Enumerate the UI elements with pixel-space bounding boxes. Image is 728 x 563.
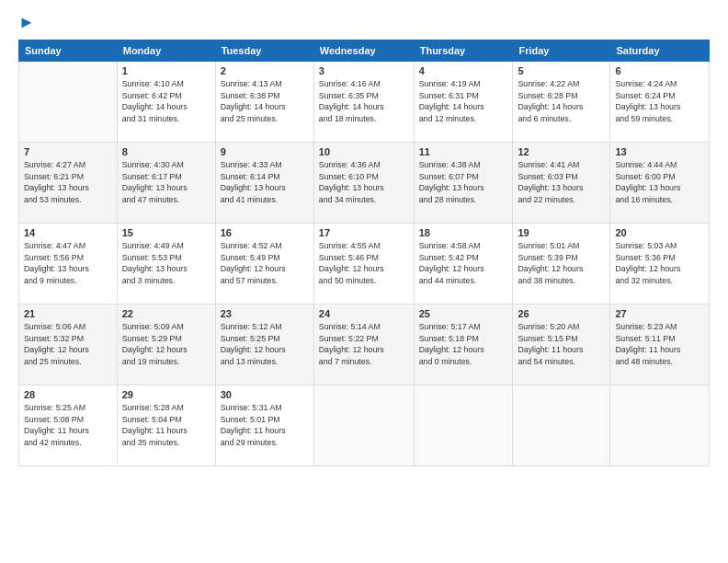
- day-info: Sunrise: 4:22 AM Sunset: 6:28 PM Dayligh…: [518, 78, 605, 125]
- day-number: 28: [24, 389, 112, 400]
- day-number: 22: [122, 308, 210, 319]
- day-info: Sunrise: 4:19 AM Sunset: 6:31 PM Dayligh…: [419, 78, 508, 125]
- day-info: Sunrise: 4:10 AM Sunset: 6:42 PM Dayligh…: [122, 78, 210, 125]
- day-number: 26: [518, 308, 605, 319]
- day-cell: 12Sunrise: 4:41 AM Sunset: 6:03 PM Dayli…: [513, 142, 610, 223]
- calendar-table: SundayMondayTuesdayWednesdayThursdayFrid…: [18, 40, 710, 466]
- day-info: Sunrise: 4:36 AM Sunset: 6:10 PM Dayligh…: [319, 159, 409, 206]
- day-cell: 5Sunrise: 4:22 AM Sunset: 6:28 PM Daylig…: [513, 61, 610, 142]
- day-number: 20: [615, 227, 704, 238]
- day-cell: 17Sunrise: 4:55 AM Sunset: 5:46 PM Dayli…: [313, 223, 414, 304]
- day-cell: 28Sunrise: 5:25 AM Sunset: 5:08 PM Dayli…: [19, 385, 118, 465]
- week-row-3: 14Sunrise: 4:47 AM Sunset: 5:56 PM Dayli…: [19, 223, 710, 304]
- day-number: 10: [319, 146, 409, 157]
- day-cell: 8Sunrise: 4:30 AM Sunset: 6:17 PM Daylig…: [117, 142, 215, 223]
- page: ► SundayMondayTuesdayWednesdayThursdayFr…: [0, 0, 728, 563]
- day-cell: [313, 385, 414, 465]
- day-cell: 24Sunrise: 5:14 AM Sunset: 5:22 PM Dayli…: [313, 304, 414, 385]
- day-number: 2: [221, 65, 309, 76]
- day-info: Sunrise: 4:27 AM Sunset: 6:21 PM Dayligh…: [24, 159, 112, 206]
- day-cell: 9Sunrise: 4:33 AM Sunset: 6:14 PM Daylig…: [215, 142, 313, 223]
- day-number: 1: [122, 65, 210, 76]
- day-cell: 15Sunrise: 4:49 AM Sunset: 5:53 PM Dayli…: [117, 223, 215, 304]
- day-info: Sunrise: 5:17 AM Sunset: 5:18 PM Dayligh…: [419, 321, 508, 368]
- day-cell: 27Sunrise: 5:23 AM Sunset: 5:11 PM Dayli…: [610, 304, 710, 385]
- day-cell: 29Sunrise: 5:28 AM Sunset: 5:04 PM Dayli…: [117, 385, 215, 465]
- day-info: Sunrise: 5:14 AM Sunset: 5:22 PM Dayligh…: [319, 321, 409, 368]
- day-cell: 3Sunrise: 4:16 AM Sunset: 6:35 PM Daylig…: [313, 61, 414, 142]
- day-cell: [414, 385, 513, 465]
- day-info: Sunrise: 5:09 AM Sunset: 5:29 PM Dayligh…: [122, 321, 210, 368]
- week-row-1: 1Sunrise: 4:10 AM Sunset: 6:42 PM Daylig…: [19, 61, 710, 142]
- day-number: 9: [221, 146, 309, 157]
- day-number: 11: [419, 146, 508, 157]
- day-cell: [513, 385, 610, 465]
- day-cell: 13Sunrise: 4:44 AM Sunset: 6:00 PM Dayli…: [610, 142, 710, 223]
- day-info: Sunrise: 4:33 AM Sunset: 6:14 PM Dayligh…: [221, 159, 309, 206]
- day-cell: 4Sunrise: 4:19 AM Sunset: 6:31 PM Daylig…: [414, 61, 513, 142]
- day-info: Sunrise: 5:03 AM Sunset: 5:36 PM Dayligh…: [615, 240, 704, 287]
- day-cell: 21Sunrise: 5:06 AM Sunset: 5:32 PM Dayli…: [19, 304, 118, 385]
- day-cell: 23Sunrise: 5:12 AM Sunset: 5:25 PM Dayli…: [215, 304, 313, 385]
- day-info: Sunrise: 4:13 AM Sunset: 6:38 PM Dayligh…: [221, 78, 309, 125]
- day-number: 5: [518, 65, 605, 76]
- col-header-tuesday: Tuesday: [215, 40, 313, 61]
- day-info: Sunrise: 5:23 AM Sunset: 5:11 PM Dayligh…: [615, 321, 704, 368]
- col-header-wednesday: Wednesday: [313, 40, 414, 61]
- day-info: Sunrise: 4:58 AM Sunset: 5:42 PM Dayligh…: [419, 240, 508, 287]
- day-info: Sunrise: 5:12 AM Sunset: 5:25 PM Dayligh…: [221, 321, 309, 368]
- day-cell: 16Sunrise: 4:52 AM Sunset: 5:49 PM Dayli…: [215, 223, 313, 304]
- col-header-friday: Friday: [513, 40, 610, 61]
- day-number: 15: [122, 227, 210, 238]
- day-number: 29: [122, 389, 210, 400]
- day-cell: 2Sunrise: 4:13 AM Sunset: 6:38 PM Daylig…: [215, 61, 313, 142]
- day-number: 3: [319, 65, 409, 76]
- day-number: 18: [419, 227, 508, 238]
- day-number: 8: [122, 146, 210, 157]
- header-row: SundayMondayTuesdayWednesdayThursdayFrid…: [19, 40, 710, 61]
- day-info: Sunrise: 5:06 AM Sunset: 5:32 PM Dayligh…: [24, 321, 112, 368]
- day-cell: 22Sunrise: 5:09 AM Sunset: 5:29 PM Dayli…: [117, 304, 215, 385]
- day-number: 25: [419, 308, 508, 319]
- day-number: 19: [518, 227, 605, 238]
- day-cell: 19Sunrise: 5:01 AM Sunset: 5:39 PM Dayli…: [513, 223, 610, 304]
- day-cell: 30Sunrise: 5:31 AM Sunset: 5:01 PM Dayli…: [215, 385, 313, 465]
- day-number: 4: [419, 65, 508, 76]
- day-cell: 7Sunrise: 4:27 AM Sunset: 6:21 PM Daylig…: [19, 142, 118, 223]
- day-number: 24: [319, 308, 409, 319]
- day-cell: 25Sunrise: 5:17 AM Sunset: 5:18 PM Dayli…: [414, 304, 513, 385]
- col-header-thursday: Thursday: [414, 40, 513, 61]
- day-number: 12: [518, 146, 605, 157]
- day-info: Sunrise: 5:31 AM Sunset: 5:01 PM Dayligh…: [221, 402, 309, 449]
- day-info: Sunrise: 5:25 AM Sunset: 5:08 PM Dayligh…: [24, 402, 112, 449]
- day-info: Sunrise: 4:55 AM Sunset: 5:46 PM Dayligh…: [319, 240, 409, 287]
- day-info: Sunrise: 5:01 AM Sunset: 5:39 PM Dayligh…: [518, 240, 605, 287]
- day-cell: 11Sunrise: 4:38 AM Sunset: 6:07 PM Dayli…: [414, 142, 513, 223]
- day-number: 6: [615, 65, 704, 76]
- logo-blue-arrow: ►: [18, 13, 35, 31]
- day-cell: [610, 385, 710, 465]
- day-number: 16: [221, 227, 309, 238]
- day-info: Sunrise: 4:16 AM Sunset: 6:35 PM Dayligh…: [319, 78, 409, 125]
- day-number: 7: [24, 146, 112, 157]
- day-info: Sunrise: 4:47 AM Sunset: 5:56 PM Dayligh…: [24, 240, 112, 287]
- col-header-sunday: Sunday: [19, 40, 118, 61]
- day-cell: 10Sunrise: 4:36 AM Sunset: 6:10 PM Dayli…: [313, 142, 414, 223]
- day-cell: 14Sunrise: 4:47 AM Sunset: 5:56 PM Dayli…: [19, 223, 118, 304]
- week-row-5: 28Sunrise: 5:25 AM Sunset: 5:08 PM Dayli…: [19, 385, 710, 465]
- day-info: Sunrise: 4:24 AM Sunset: 6:24 PM Dayligh…: [615, 78, 704, 125]
- day-number: 17: [319, 227, 409, 238]
- week-row-2: 7Sunrise: 4:27 AM Sunset: 6:21 PM Daylig…: [19, 142, 710, 223]
- week-row-4: 21Sunrise: 5:06 AM Sunset: 5:32 PM Dayli…: [19, 304, 710, 385]
- day-info: Sunrise: 4:52 AM Sunset: 5:49 PM Dayligh…: [221, 240, 309, 287]
- day-cell: 6Sunrise: 4:24 AM Sunset: 6:24 PM Daylig…: [610, 61, 710, 142]
- logo: ►: [18, 14, 35, 32]
- day-info: Sunrise: 4:49 AM Sunset: 5:53 PM Dayligh…: [122, 240, 210, 287]
- day-number: 21: [24, 308, 112, 319]
- day-cell: 18Sunrise: 4:58 AM Sunset: 5:42 PM Dayli…: [414, 223, 513, 304]
- day-cell: 20Sunrise: 5:03 AM Sunset: 5:36 PM Dayli…: [610, 223, 710, 304]
- day-number: 14: [24, 227, 112, 238]
- col-header-saturday: Saturday: [610, 40, 710, 61]
- day-info: Sunrise: 4:44 AM Sunset: 6:00 PM Dayligh…: [615, 159, 704, 206]
- day-info: Sunrise: 4:41 AM Sunset: 6:03 PM Dayligh…: [518, 159, 605, 206]
